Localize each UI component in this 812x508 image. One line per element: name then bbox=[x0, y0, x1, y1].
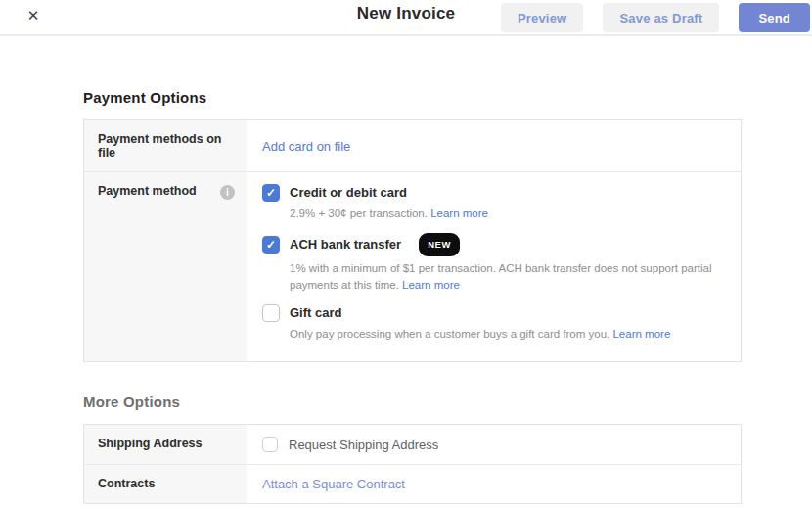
payment-method-options: ✓ Credit or debit card 2.9% + 30¢ per tr… bbox=[247, 172, 741, 361]
table-row-methods-on-file: Payment methods on file Add card on file bbox=[84, 120, 741, 171]
learn-more-link[interactable]: Learn more bbox=[612, 328, 670, 340]
table-row-contracts: Contracts Attach a Square Contract bbox=[84, 464, 741, 503]
request-shipping-label: Request Shipping Address bbox=[289, 438, 438, 452]
payment-options-heading: Payment Options bbox=[83, 89, 742, 106]
preview-button[interactable]: Preview bbox=[501, 3, 584, 32]
request-shipping-checkbox[interactable]: ✓ bbox=[262, 437, 278, 452]
option-description: Only pay processing when a customer buys… bbox=[290, 326, 725, 343]
check-icon: ✓ bbox=[266, 239, 276, 251]
description-text: 1% with a minimum of $1 per transaction.… bbox=[290, 262, 711, 291]
payment-options-table: Payment methods on file Add card on file… bbox=[83, 119, 742, 362]
gift-card-checkbox[interactable]: ✓ bbox=[262, 304, 280, 322]
main-content: Payment Options Payment methods on file … bbox=[0, 89, 812, 504]
save-as-draft-button[interactable]: Save as Draft bbox=[603, 3, 719, 32]
payment-method-label: Payment method bbox=[98, 184, 197, 198]
table-row-payment-method: Payment method i ✓ Credit or debit card … bbox=[84, 171, 741, 361]
learn-more-link[interactable]: Learn more bbox=[430, 208, 488, 219]
option-description: 1% with a minimum of $1 per transaction.… bbox=[290, 260, 725, 294]
contracts-value: Attach a Square Contract bbox=[247, 465, 741, 503]
header-actions: Preview Save as Draft Send bbox=[501, 3, 810, 32]
contracts-label: Contracts bbox=[84, 465, 247, 503]
add-card-on-file-link[interactable]: Add card on file bbox=[262, 139, 350, 154]
option-credit-debit-card: ✓ Credit or debit card 2.9% + 30¢ per tr… bbox=[262, 184, 725, 222]
option-label: Gift card bbox=[290, 304, 341, 322]
option-head: ✓ ACH bank transfer NEW bbox=[262, 233, 725, 256]
new-badge: NEW bbox=[419, 233, 460, 256]
info-icon[interactable]: i bbox=[220, 185, 235, 200]
option-ach-bank-transfer: ✓ ACH bank transfer NEW 1% with a minimu… bbox=[262, 233, 725, 294]
description-text: 2.9% + 30¢ per transaction. bbox=[290, 208, 428, 219]
shipping-address-label: Shipping Address bbox=[84, 425, 247, 464]
check-icon: ✓ bbox=[266, 187, 276, 199]
methods-on-file-label: Payment methods on file bbox=[84, 120, 247, 171]
ach-checkbox[interactable]: ✓ bbox=[262, 236, 280, 254]
send-button[interactable]: Send bbox=[739, 3, 810, 32]
payment-method-label-cell: Payment method i bbox=[84, 172, 247, 361]
option-description: 2.9% + 30¢ per transaction. Learn more bbox=[290, 206, 725, 222]
option-head: ✓ Credit or debit card bbox=[262, 184, 725, 202]
description-text: Only pay processing when a customer buys… bbox=[290, 328, 609, 340]
more-options-heading: More Options bbox=[83, 393, 742, 410]
table-row-shipping-address: Shipping Address ✓ Request Shipping Addr… bbox=[84, 425, 741, 464]
attach-square-contract-link[interactable]: Attach a Square Contract bbox=[262, 477, 405, 491]
option-label: Credit or debit card bbox=[290, 184, 407, 202]
option-gift-card: ✓ Gift card Only pay processing when a c… bbox=[262, 304, 725, 343]
learn-more-link[interactable]: Learn more bbox=[402, 279, 460, 291]
option-label: ACH bank transfer bbox=[290, 236, 401, 254]
more-options-table: Shipping Address ✓ Request Shipping Addr… bbox=[83, 424, 742, 504]
header-bar: ✕ New Invoice Preview Save as Draft Send bbox=[0, 0, 812, 36]
credit-debit-checkbox[interactable]: ✓ bbox=[262, 184, 280, 202]
option-head: ✓ Gift card bbox=[262, 304, 725, 322]
methods-on-file-value: Add card on file bbox=[247, 120, 741, 171]
shipping-address-value: ✓ Request Shipping Address bbox=[247, 425, 741, 464]
